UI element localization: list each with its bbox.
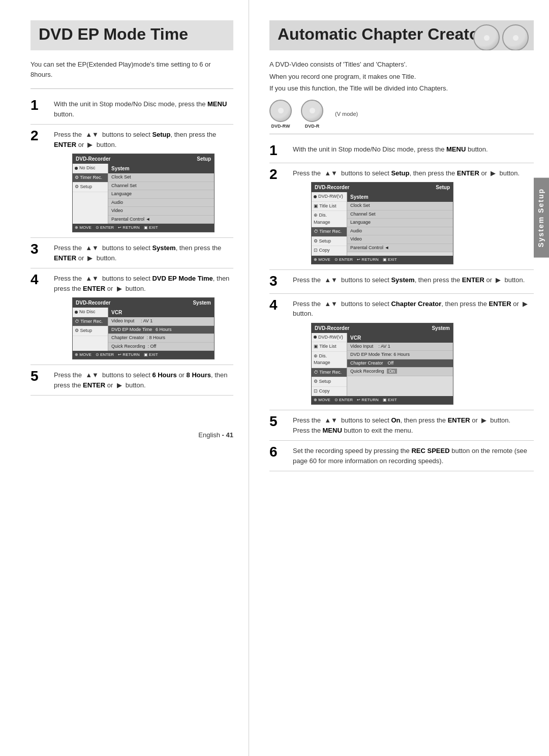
right-intro-3: If you use this function, the Title will…: [269, 83, 534, 94]
screen-left-item-active: ⏱ Timer Rec.: [312, 227, 347, 237]
screen-left-item: ⊕ Dis. Manage: [312, 352, 347, 368]
screen-left-item-active: ⏱ Timer Rec.: [312, 368, 347, 378]
disc-r-icon2: [301, 100, 323, 122]
step-content: Press the ▲▼ buttons to select Setup, th…: [54, 130, 233, 232]
step-number: 1: [30, 98, 49, 112]
step-content: With the unit in Stop mode/No Disc mode,…: [293, 144, 534, 155]
screen-right-item: Parental Control ◄: [108, 216, 214, 224]
disc-r-label2: DVD-R: [305, 124, 320, 129]
screen-right-item: Language: [108, 190, 214, 199]
right-intro-2: When you record one program, it makes on…: [269, 72, 534, 82]
screen-right-col: System Clock Set Channel Set Language Au…: [347, 192, 453, 256]
screen-right-col: System Clock Set Channel Set Language Au…: [108, 164, 214, 224]
left-step-2: 2 Press the ▲▼ buttons to select Setup, …: [30, 125, 233, 238]
screen-left-item: ▣ Title List: [312, 342, 347, 352]
step-number: 5: [269, 414, 288, 429]
side-tab: System Setup: [534, 178, 549, 258]
screen-left-item: No Disc: [73, 164, 108, 173]
screen-mockup-left-step4: DVD-Recorder System No Disc ⏱ Timer Rec.…: [72, 297, 215, 359]
disc-rw-wrap2: DVD-RW: [269, 100, 292, 129]
screen-left-item: ⊡ Copy: [312, 246, 347, 256]
screen-right-item: DVD EP Mode Time: 6 Hours: [347, 351, 453, 359]
screen-right-item: Channel Set: [108, 182, 214, 191]
screen-footer: ⊕ MOVE⊙ ENTER↩ RETURN▣ EXIT: [73, 351, 214, 359]
footer-page: - 41: [222, 431, 233, 439]
screen-right-item-highlighted: Chapter Creator Off: [347, 359, 453, 368]
right-step-6: 6 Set the recording speed by pressing th…: [269, 441, 534, 471]
step-number: 1: [269, 143, 288, 158]
screen-left-item: ⚙ Setup: [312, 377, 347, 387]
screen-header-right: System: [193, 299, 211, 307]
disc-rw-wrap: DVD-RW: [473, 24, 500, 50]
left-step-1: 1 With the unit in Stop mode/No Disc mod…: [30, 94, 233, 125]
screen-footer: ⊕ MOVE⊙ ENTER↩ RETURN▣ EXIT: [73, 224, 214, 232]
screen-header-right: Setup: [436, 184, 450, 191]
screen-left-item: No Disc: [73, 308, 108, 317]
screen-footer: ⊕ MOVE⊙ ENTER↩ RETURN▣ EXIT: [312, 396, 453, 404]
screen-left-item-active: ⏱ Timer Rec.: [73, 317, 108, 327]
left-intro: You can set the EP(Extended Play)mode's …: [30, 59, 233, 79]
screen-left-item: ⊡ Copy: [312, 387, 347, 397]
screen-header-left: DVD-Recorder: [76, 299, 110, 307]
step-content: Press the ▲▼ buttons to select Chapter C…: [293, 299, 534, 405]
screen-right-item: Clock Set: [347, 202, 453, 210]
left-title: DVD EP Mode Time: [30, 20, 233, 50]
screen-right-header: VCR: [108, 308, 214, 317]
screen-right-item: Quick Recording : Off: [108, 343, 214, 351]
step-content: Press the ▲▼ buttons to select Setup, th…: [293, 168, 534, 264]
right-intro-1: A DVD-Video consists of 'Titles' and 'Ch…: [269, 59, 534, 70]
screen-left-item: DVD-RW(V): [312, 333, 347, 343]
screen-right-header: System: [108, 164, 214, 173]
screen-right-item: Video: [108, 207, 214, 216]
screen-left-col: DVD-RW(V) ▣ Title List ⊕ Dis. Manage ⏱ T…: [312, 192, 347, 256]
screen-right-item: Audio: [108, 199, 214, 207]
screen-right-item: Parental Control ◄: [347, 244, 453, 253]
screen-mockup-right-step2: DVD-Recorder Setup DVD-RW(V) ▣ Title Lis…: [311, 182, 453, 264]
right-step-1: 1 With the unit in Stop mode/No Disc mod…: [269, 139, 534, 163]
left-column: DVD EP Mode Time You can set the EP(Exte…: [0, 0, 249, 756]
screen-footer: ⊕ MOVE⊙ ENTER↩ RETURN▣ EXIT: [312, 256, 453, 264]
screen-left-item: ▣ Title List: [312, 202, 347, 211]
screen-header-left: DVD-Recorder: [315, 184, 349, 191]
screen-right-header: System: [347, 192, 453, 202]
screen-right-item: Video Input : AV 1: [347, 343, 453, 351]
step-number: 5: [30, 369, 49, 383]
screen-header-right: Setup: [197, 155, 211, 163]
step-number: 3: [30, 242, 49, 256]
step-content: Press the ▲▼ buttons to select DVD EP Mo…: [54, 274, 233, 359]
screen-left-item: DVD-RW(V): [312, 192, 347, 202]
step-number: 4: [269, 298, 288, 312]
page: DVD EP Mode Time You can set the EP(Exte…: [0, 0, 549, 756]
footer-language: English: [198, 431, 220, 439]
screen-right-item: Quick Recording On: [347, 368, 453, 376]
screen-header-left: DVD-Recorder: [76, 155, 110, 163]
screen-left-item: ⚙ Setup: [73, 326, 108, 336]
disc-rw-icon2: [269, 100, 292, 122]
screen-left-item: ⚙ Setup: [312, 237, 347, 247]
screen-right-col: VCR Video Input : AV 1 DVD EP Mode Time:…: [347, 333, 453, 397]
step-content: Press the ▲▼ buttons to select System, t…: [293, 275, 534, 285]
vmode-label: (V mode): [335, 111, 358, 117]
step-content: Press the ▲▼ buttons to select 6 Hours o…: [54, 370, 233, 390]
step-content: Press the ▲▼ buttons to select System, t…: [54, 243, 233, 263]
screen-left-item: ⚙ Setup: [73, 183, 108, 192]
screen-right-header: VCR: [347, 333, 453, 343]
disc-r-icon: [502, 24, 529, 50]
right-column: System Setup Automatic Chapter Creator D…: [249, 0, 549, 756]
step-content: With the unit in Stop mode/No Disc mode,…: [54, 99, 233, 119]
screen-left-col: DVD-RW(V) ▣ Title List ⊕ Dis. Manage ⏱ T…: [312, 333, 347, 397]
disc-r-wrap2: DVD-R: [301, 100, 323, 129]
left-step-4: 4 Press the ▲▼ buttons to select DVD EP …: [30, 268, 233, 365]
screen-right-item: Chapter Creator : 8 Hours: [108, 334, 214, 343]
step-number: 6: [269, 445, 288, 459]
screen-right-item: Channel Set: [347, 210, 453, 219]
screen-right-item: Video Input : AV 1: [108, 317, 214, 326]
screen-left-col: No Disc ⚙ Timer Rec. ⚙ Setup: [73, 164, 108, 224]
left-step-3: 3 Press the ▲▼ buttons to select System,…: [30, 238, 233, 268]
screen-mockup-right-step4: DVD-Recorder System DVD-RW(V) ▣ Title Li…: [311, 323, 453, 405]
step-content: Press the ▲▼ buttons to select On, then …: [293, 415, 534, 435]
screen-right-item: Clock Set: [108, 173, 214, 182]
screen-left-item: ⊕ Dis. Manage: [312, 211, 347, 227]
step-content: Set the recording speed by pressing the …: [293, 446, 534, 466]
screen-right-item: Video: [347, 235, 453, 244]
